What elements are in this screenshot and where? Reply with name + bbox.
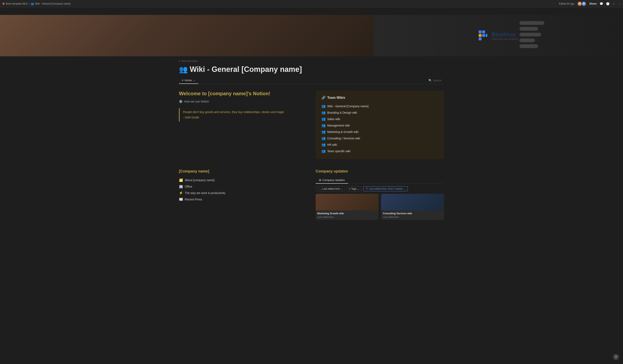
update-card-1[interactable]: Consulting Services wiki Last edited tim… (381, 194, 444, 220)
tags-icon: ≡ (349, 187, 351, 190)
company-nav-3[interactable]: 📰 Recent Press (179, 196, 307, 202)
more-icon[interactable]: ··· (618, 2, 621, 5)
wiki-item-7[interactable]: 👥 Team specific wiki (321, 148, 438, 154)
shape-1 (519, 21, 544, 25)
card-image-0 (316, 194, 378, 210)
hero-shapes (519, 21, 544, 48)
company-icon-1: 🏢 (179, 185, 183, 188)
wiki-label-1: Branding & Design wiki (327, 111, 357, 114)
bh-cell-6 (479, 38, 482, 40)
wiki-label-0: Wiki - General [Company name] (327, 105, 368, 108)
nav-tabs: ≡ Home ⌄ (179, 77, 198, 84)
card-meta-0: Last edited time (317, 216, 377, 218)
company-section-heading: [Company name] (179, 169, 307, 173)
company-nav-1[interactable]: 🏢 Office (179, 183, 307, 190)
wiki-item-5[interactable]: 👥 Consulting / Services wiki (321, 135, 438, 141)
bh-cell-1 (479, 30, 482, 33)
sort-icon: ↓ (318, 187, 319, 190)
app-dot (2, 3, 4, 5)
share-button[interactable]: Share (589, 2, 597, 5)
breadcrumb-base: Base template MLE (6, 2, 27, 5)
add-description[interactable]: ℹ Add description (179, 56, 444, 63)
team-wikis-box: 🔗 Team Wikis 👥 Wiki - General [Company n… (316, 91, 444, 159)
bh-cell-5 (486, 34, 487, 37)
company-nav-0[interactable]: 🗂️ About [company name] (179, 177, 307, 183)
wiki-items-list: 👥 Wiki - General [Company name] 👥 Brandi… (321, 103, 438, 154)
wiki-label-2: Sales wiki (327, 117, 340, 121)
breadcrumb-wiki-emoji: 👥 (31, 2, 34, 5)
company-icon-0: 🗂️ (179, 178, 183, 182)
page-title-text: Wiki - General [Company name] (190, 65, 302, 74)
welcome-heading: Welcome to [company name]'s Notion! (179, 91, 303, 96)
updates-tab-label-0: Company Updates (322, 178, 345, 182)
hero-people (0, 15, 374, 56)
topbar-right: Edited 9h ago A B Share 💬 🕐 ☆ ··· (559, 1, 621, 6)
wiki-item-2[interactable]: 👥 Sales wiki (321, 116, 438, 122)
shape-3 (519, 33, 541, 36)
comment-icon[interactable]: 💬 (600, 2, 603, 5)
chevron-icon-0: ⌄ (341, 187, 343, 190)
wiki-item-1[interactable]: 👥 Branding & Design wiki (321, 109, 438, 116)
team-wikis-header: 🔗 Team Wikis (321, 96, 438, 100)
company-label-0: About [company name] (185, 178, 215, 182)
clock-icon[interactable]: 🕐 (606, 2, 610, 5)
card-image-1 (381, 194, 444, 210)
wiki-emoji-2: 👥 (321, 117, 326, 121)
nav-search[interactable]: 🔍 Search (426, 78, 444, 83)
breadcrumb-sep: / (29, 2, 29, 5)
topbar: Base template MLE / 👥 Wiki - General [Co… (0, 0, 623, 7)
collaborator-avatars: A B (577, 1, 586, 6)
wiki-label-3: Management wiki (327, 124, 350, 127)
card-body-1: Consulting Services wiki Last edited tim… (381, 210, 444, 220)
info-icon: ℹ (179, 60, 180, 63)
wiki-emoji-4: 👥 (321, 130, 326, 134)
wiki-emoji-5: 👥 (321, 136, 326, 140)
bluehive-text-group: Blue hive Organizing your workforce (491, 31, 518, 40)
updates-heading: Company updates (316, 169, 444, 173)
shape-4 (519, 39, 535, 42)
search-icon: 🔍 (428, 79, 432, 82)
how-we-use-link[interactable]: ⚙️ How we use Notion (179, 100, 303, 103)
wiki-emoji-7: 👥 (321, 149, 326, 153)
wiki-item-3[interactable]: 👥 Management wiki (321, 122, 438, 128)
update-card-0[interactable]: Marketing Growth wiki Last edited time (316, 194, 378, 220)
filter-tags[interactable]: ≡ Tags ⌄ (347, 186, 362, 191)
bh-cell-3 (479, 34, 482, 37)
filter-date-range[interactable]: ⏱ Last edited time: Past 2 weeks ⌄ (363, 186, 408, 191)
page-title-emoji: 👥 (179, 65, 188, 73)
breadcrumb-page: Wiki - General [Company name] (35, 2, 70, 5)
bluehive-hive-part: hive (504, 31, 515, 38)
chevron-down-icon: ⌄ (193, 79, 195, 82)
quote-text: People don't buy goods and services, the… (183, 110, 300, 120)
star-icon[interactable]: ☆ (612, 2, 615, 5)
page-title: 👥 Wiki - General [Company name] (179, 63, 444, 77)
list-icon: ≡ (182, 79, 183, 82)
company-icon-3: 📰 (179, 197, 183, 201)
card-title-1: Consulting Services wiki (383, 212, 442, 215)
wiki-label-5: Consulting / Services wiki (327, 137, 360, 140)
nav-tab-home[interactable]: ≡ Home ⌄ (179, 77, 198, 84)
filter-last-edited[interactable]: ↓ ↓ Last edited time ⌄ (316, 186, 345, 191)
bluehive-name: Blue hive (491, 31, 518, 38)
bh-cell-2 (482, 30, 485, 33)
page-nav: ≡ Home ⌄ 🔍 Search (179, 77, 444, 84)
chevron-icon-2: ⌄ (403, 187, 405, 190)
company-label-1: Office (185, 185, 192, 188)
chevron-icon-1: ⌄ (357, 187, 359, 190)
notion-icon: ⚙️ (179, 100, 182, 103)
company-section: [Company name] 🗂️ About [company name] 🏢… (179, 169, 307, 220)
updates-tab-0[interactable]: ⊞ Company Updates (316, 177, 348, 184)
bottom-section: [Company name] 🗂️ About [company name] 🏢… (179, 169, 444, 220)
welcome-section: Welcome to [company name]'s Notion! ⚙️ H… (179, 91, 307, 125)
blockquote: People don't buy goods and services, the… (179, 108, 303, 122)
help-button[interactable]: ? (613, 354, 619, 360)
company-nav-2[interactable]: ⚡ The way we work & productivity (179, 190, 307, 196)
filter-row: ↓ ↓ Last edited time ⌄ ≡ Tags ⌄ ⏱ Last e… (316, 186, 444, 191)
wiki-item-4[interactable]: 👥 Marketing & Growth wiki (321, 128, 438, 135)
link-icon: 🔗 (321, 96, 326, 100)
wiki-item-0[interactable]: 👥 Wiki - General [Company name] (321, 103, 438, 109)
wiki-item-6[interactable]: 👥 HR wiki (321, 141, 438, 148)
quote-author: - Seth Godin (183, 115, 300, 120)
bluehive-logo: Blue hive Organizing your workforce (479, 30, 518, 41)
clock-filter-icon: ⏱ (366, 187, 368, 190)
